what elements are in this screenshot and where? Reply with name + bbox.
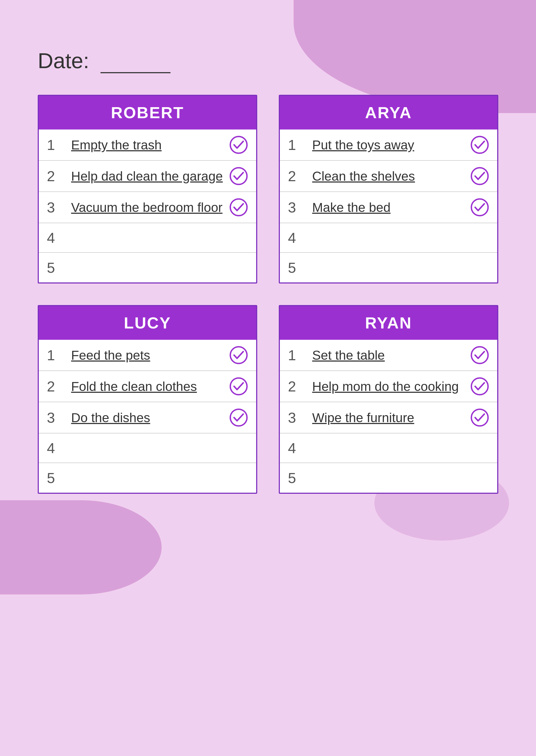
chore-number-lucy-2: 2 xyxy=(47,378,66,395)
chore-check-icon-arya-1[interactable] xyxy=(470,136,489,154)
chore-number-robert-5: 5 xyxy=(47,259,66,276)
chore-card-title-ryan: RYAN xyxy=(285,314,492,332)
chore-check-icon-ryan-2[interactable] xyxy=(470,377,489,396)
chore-check-icon-lucy-1[interactable] xyxy=(229,346,248,364)
svg-point-10 xyxy=(471,378,488,395)
chore-card-lucy: LUCY1Feed the pets 2Fold the clean cloth… xyxy=(38,305,257,494)
chore-number-lucy-1: 1 xyxy=(47,347,66,363)
svg-point-8 xyxy=(230,409,247,426)
chore-row-robert-1: 1Empty the trash xyxy=(39,130,256,161)
chore-check-icon-lucy-3[interactable] xyxy=(229,408,248,427)
chore-row-ryan-1: 1Set the table xyxy=(280,340,497,371)
chore-number-robert-1: 1 xyxy=(47,137,66,153)
chore-row-ryan-2: 2Help mom do the cooking xyxy=(280,371,497,402)
svg-point-3 xyxy=(471,137,488,153)
chore-number-robert-2: 2 xyxy=(47,168,66,184)
chore-text-arya-3: Make the bed xyxy=(307,200,470,215)
svg-point-11 xyxy=(471,409,488,426)
chore-row-arya-5: 5 xyxy=(280,253,497,282)
svg-point-6 xyxy=(230,347,247,363)
chore-number-lucy-5: 5 xyxy=(47,470,66,486)
date-text: Date: xyxy=(38,49,89,73)
chore-row-robert-3: 3Vacuum the bedroom floor xyxy=(39,192,256,223)
chore-row-ryan-4: 4 xyxy=(280,433,497,463)
chore-check-icon-lucy-2[interactable] xyxy=(229,377,248,396)
chore-number-arya-5: 5 xyxy=(288,259,307,276)
chore-row-lucy-4: 4 xyxy=(39,433,256,463)
svg-point-0 xyxy=(230,137,247,153)
svg-point-2 xyxy=(230,199,247,216)
chore-text-robert-1: Empty the trash xyxy=(66,138,229,152)
chore-number-ryan-5: 5 xyxy=(288,470,307,486)
chore-number-arya-3: 3 xyxy=(288,199,307,216)
chore-number-arya-1: 1 xyxy=(288,137,307,153)
svg-point-4 xyxy=(471,168,488,184)
svg-point-1 xyxy=(230,168,247,184)
chore-text-lucy-1: Feed the pets xyxy=(66,348,229,362)
chore-text-ryan-3: Wipe the furniture xyxy=(307,410,470,425)
chore-number-ryan-3: 3 xyxy=(288,409,307,426)
chore-number-arya-2: 2 xyxy=(288,168,307,184)
chore-number-lucy-3: 3 xyxy=(47,409,66,426)
chore-text-lucy-2: Fold the clean clothes xyxy=(66,379,229,394)
chore-card-header-arya: ARYA xyxy=(280,96,497,130)
chore-row-ryan-5: 5 xyxy=(280,463,497,493)
svg-point-7 xyxy=(230,378,247,395)
chore-row-arya-1: 1Put the toys away xyxy=(280,130,497,161)
chore-number-lucy-4: 4 xyxy=(47,440,66,457)
chore-check-icon-ryan-3[interactable] xyxy=(470,408,489,427)
chore-check-icon-robert-3[interactable] xyxy=(229,198,248,217)
chore-row-lucy-5: 5 xyxy=(39,463,256,493)
chore-row-lucy-3: 3Do the dishes xyxy=(39,402,256,433)
svg-point-5 xyxy=(471,199,488,216)
chore-check-icon-ryan-1[interactable] xyxy=(470,346,489,364)
chore-row-robert-5: 5 xyxy=(39,253,256,282)
chore-grid: ROBERT1Empty the trash 2Help dad clean t… xyxy=(38,95,498,494)
chore-row-ryan-3: 3Wipe the furniture xyxy=(280,402,497,433)
chore-card-title-arya: ARYA xyxy=(285,103,492,122)
chore-check-icon-arya-2[interactable] xyxy=(470,167,489,185)
chore-row-robert-2: 2Help dad clean the garage xyxy=(39,161,256,192)
chore-row-arya-2: 2Clean the shelves xyxy=(280,161,497,192)
chore-number-robert-4: 4 xyxy=(47,229,66,246)
chore-row-lucy-2: 2Fold the clean clothes xyxy=(39,371,256,402)
chore-card-header-ryan: RYAN xyxy=(280,306,497,340)
chore-check-icon-robert-1[interactable] xyxy=(229,136,248,154)
chore-number-ryan-1: 1 xyxy=(288,347,307,363)
chore-card-arya: ARYA1Put the toys away 2Clean the shelve… xyxy=(279,95,498,284)
chore-row-robert-4: 4 xyxy=(39,223,256,253)
chore-text-ryan-2: Help mom do the cooking xyxy=(307,379,470,394)
chore-text-lucy-3: Do the dishes xyxy=(66,410,229,425)
page-content: Date: ROBERT1Empty the trash 2Help dad c… xyxy=(0,0,536,548)
chore-card-title-lucy: LUCY xyxy=(44,314,251,332)
chore-card-header-lucy: LUCY xyxy=(39,306,256,340)
chore-text-robert-3: Vacuum the bedroom floor xyxy=(66,200,229,215)
chore-number-ryan-4: 4 xyxy=(288,440,307,457)
chore-number-robert-3: 3 xyxy=(47,199,66,216)
chore-card-ryan: RYAN1Set the table 2Help mom do the cook… xyxy=(279,305,498,494)
chore-row-lucy-1: 1Feed the pets xyxy=(39,340,256,371)
svg-point-9 xyxy=(471,347,488,363)
chore-check-icon-arya-3[interactable] xyxy=(470,198,489,217)
chore-text-robert-2: Help dad clean the garage xyxy=(66,169,229,184)
chore-text-arya-1: Put the toys away xyxy=(307,138,470,152)
chore-text-ryan-1: Set the table xyxy=(307,348,470,362)
chore-row-arya-4: 4 xyxy=(280,223,497,253)
chore-number-ryan-2: 2 xyxy=(288,378,307,395)
date-input-line xyxy=(100,70,171,73)
chore-text-arya-2: Clean the shelves xyxy=(307,169,470,184)
chore-row-arya-3: 3Make the bed xyxy=(280,192,497,223)
chore-number-arya-4: 4 xyxy=(288,229,307,246)
chore-card-robert: ROBERT1Empty the trash 2Help dad clean t… xyxy=(38,95,257,284)
date-label: Date: xyxy=(38,48,498,73)
chore-card-title-robert: ROBERT xyxy=(44,103,251,122)
chore-check-icon-robert-2[interactable] xyxy=(229,167,248,185)
chore-card-header-robert: ROBERT xyxy=(39,96,256,130)
